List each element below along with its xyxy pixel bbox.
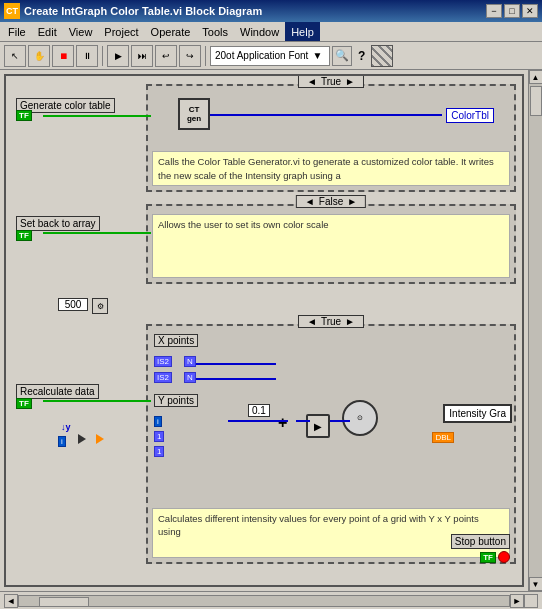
wire-setback-case <box>43 232 151 234</box>
case-label-1[interactable]: ◄ True ► <box>298 75 364 88</box>
i-val-box: i <box>58 436 66 447</box>
small-arrow-1 <box>78 434 86 444</box>
hatch-decoration <box>371 45 393 67</box>
one-box-2: 1 <box>154 446 164 457</box>
colortbl-connector: ColorTbl <box>446 108 494 123</box>
window-controls[interactable]: − □ ✕ <box>486 4 538 18</box>
case-structure-2: ◄ False ► Allows the user to set its own… <box>146 204 516 284</box>
is2-box-1: IS2 <box>154 356 172 367</box>
stop-button-label: Stop button <box>451 534 510 549</box>
case-right-arrow-2[interactable]: ► <box>347 196 357 207</box>
scroll-thumb-v[interactable] <box>530 86 542 116</box>
help-button[interactable]: ? <box>354 49 369 63</box>
vertical-scrollbar[interactable]: ▲ ▼ <box>528 70 542 591</box>
ct-gen-block[interactable]: CT gen <box>178 98 210 130</box>
numeric-500[interactable]: 500 <box>58 298 88 311</box>
minimize-button[interactable]: − <box>486 4 502 18</box>
n-box-1: N <box>184 356 196 367</box>
menu-operate[interactable]: Operate <box>145 22 197 41</box>
toolbar-btn-step[interactable]: ⏭ <box>131 45 153 67</box>
menu-tools[interactable]: Tools <box>196 22 234 41</box>
arrow-block: ▶ <box>306 414 330 438</box>
search-button[interactable]: 🔍 <box>332 46 352 66</box>
scroll-up-button[interactable]: ▲ <box>529 70 543 84</box>
toolbar-btn-hand[interactable]: ✋ <box>28 45 50 67</box>
tooltip-1: Calls the Color Table Generator.vi to ge… <box>152 151 510 186</box>
plus-symbol: + <box>278 414 287 432</box>
numeric-01[interactable]: 0.1 <box>248 404 270 417</box>
case-label-3[interactable]: ◄ True ► <box>298 315 364 328</box>
wire-is2-1 <box>196 363 276 365</box>
wire-ct-colortbl <box>210 114 442 116</box>
menu-help[interactable]: Help <box>285 22 320 41</box>
scroll-track-v[interactable] <box>529 84 542 577</box>
menu-edit[interactable]: Edit <box>32 22 63 41</box>
vy-element: ↓y <box>61 422 71 432</box>
scroll-down-button[interactable]: ▼ <box>529 577 543 591</box>
toolbar-btn-run[interactable]: ▶ <box>107 45 129 67</box>
wire-plus <box>296 420 310 422</box>
toolbar-separator-2 <box>205 46 206 66</box>
small-arrow-orange <box>96 434 104 444</box>
menu-view[interactable]: View <box>63 22 99 41</box>
one-box-1: 1 <box>154 431 164 442</box>
menu-file[interactable]: File <box>2 22 32 41</box>
case-right-arrow-1[interactable]: ► <box>345 76 355 87</box>
x-points-label: X points <box>154 334 198 347</box>
toolbar-btn-pause[interactable]: ⏸ <box>76 45 98 67</box>
wire-is2-2 <box>196 378 276 380</box>
set-back-tf: TF <box>16 228 32 240</box>
tf-badge-2: TF <box>16 230 32 241</box>
dbl-box: DBL <box>432 432 454 443</box>
case-left-arrow-2[interactable]: ◄ <box>305 196 315 207</box>
app-icon: CT <box>4 3 20 19</box>
toolbar-btn-fwd[interactable]: ↪ <box>179 45 201 67</box>
case-left-arrow-3[interactable]: ◄ <box>307 316 317 327</box>
case-structure-3: ◄ True ► X points IS2 IS2 N N Y points <box>146 324 516 564</box>
font-selector[interactable]: 20ot Application Font ▼ <box>210 46 330 66</box>
scroll-left-button[interactable]: ◄ <box>4 594 18 608</box>
scroll-corner <box>524 594 538 608</box>
scroll-right-button[interactable]: ► <box>510 594 524 608</box>
i-box: i <box>154 416 162 427</box>
wire-generate-case <box>43 115 151 117</box>
n-box-2: N <box>184 372 196 383</box>
toolbar-btn-back[interactable]: ↩ <box>155 45 177 67</box>
scroll-thumb-h[interactable] <box>39 597 89 607</box>
case-value-1: True <box>321 76 341 87</box>
generate-tf: TF <box>16 110 32 121</box>
toolbar: ↖ ✋ ⏹ ⏸ ▶ ⏭ ↩ ↪ 20ot Application Font ▼ … <box>0 42 542 70</box>
icon-500: ⚙ <box>92 298 108 314</box>
stop-red-circle <box>498 551 510 563</box>
is2-box-2: IS2 <box>154 372 172 383</box>
toolbar-btn-arrow[interactable]: ↖ <box>4 45 26 67</box>
dial-element: ⊙ <box>342 400 378 436</box>
maximize-button[interactable]: □ <box>504 4 520 18</box>
wire-i <box>228 420 288 422</box>
wire-recalculate-case <box>43 400 151 402</box>
horizontal-scrollbar[interactable] <box>18 595 510 607</box>
menu-project[interactable]: Project <box>98 22 144 41</box>
case-right-arrow-3[interactable]: ► <box>345 316 355 327</box>
intensity-graph-label: Intensity Gra <box>443 404 512 423</box>
toolbar-separator-1 <box>102 46 103 66</box>
case-label-2[interactable]: ◄ False ► <box>296 195 366 208</box>
case-left-arrow-1[interactable]: ◄ <box>307 76 317 87</box>
diagram-canvas[interactable]: ◄ True ► CT gen ColorTbl Calls the Co <box>4 74 524 587</box>
tf-badge-1: TF <box>16 110 32 121</box>
window-title: Create IntGraph Color Table.vi Block Dia… <box>24 5 262 17</box>
diagram-inner: ◄ True ► CT gen ColorTbl Calls the Co <box>6 76 522 585</box>
title-bar: CT Create IntGraph Color Table.vi Block … <box>0 0 542 22</box>
toolbar-btn-stop[interactable]: ⏹ <box>52 45 74 67</box>
menu-window[interactable]: Window <box>234 22 285 41</box>
tf-badge-stop: TF <box>480 552 496 563</box>
case-value-2: False <box>319 196 343 207</box>
case-structure-1: ◄ True ► CT gen ColorTbl Calls the Co <box>146 84 516 192</box>
recalculate-tf: TF <box>16 396 32 408</box>
y-points-label: Y points <box>154 394 198 407</box>
stop-button-tf: TF <box>480 551 510 563</box>
tooltip-3: Calculates different intensity values fo… <box>152 508 510 558</box>
tooltip-2: Allows the user to set its own color sca… <box>152 214 510 278</box>
tf-badge-3: TF <box>16 398 32 409</box>
close-button[interactable]: ✕ <box>522 4 538 18</box>
